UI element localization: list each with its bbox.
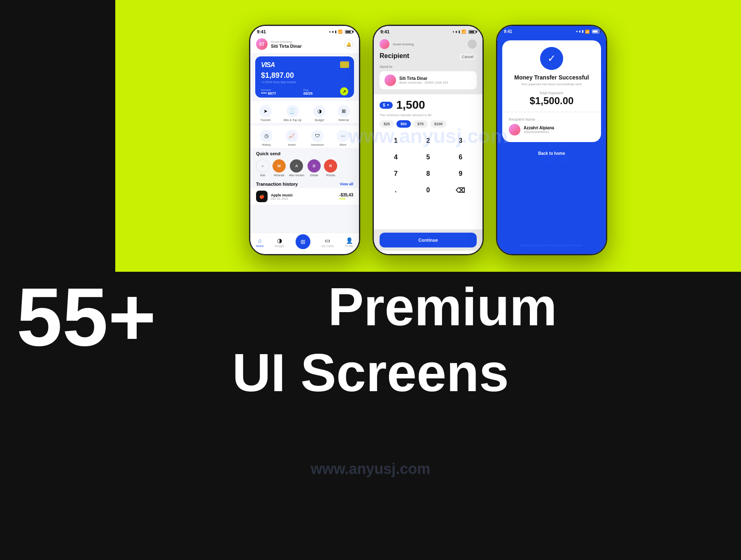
action-insurance[interactable]: 🛡 Insurance — [311, 130, 324, 146]
profile-nav-icon: 👤 — [346, 237, 353, 244]
download-receipt-link[interactable]: Download Receipt — [502, 164, 601, 168]
contact-miranda[interactable]: M Miranda — [273, 159, 286, 177]
phone3-status-bar: 9:41 📶 — [497, 26, 606, 35]
key-8[interactable]: 8 — [412, 166, 445, 182]
signal-bar-1 — [329, 31, 331, 33]
key-4[interactable]: 4 — [380, 149, 412, 166]
contact-alex[interactable]: A Alex houten — [289, 159, 304, 177]
txn-apple-name: Apple music — [271, 193, 336, 197]
phone2-mockup: 9:41 📶 Good morning, — [373, 25, 484, 255]
back-to-home-button[interactable]: Back to home — [502, 146, 601, 161]
action-budget[interactable]: ◑ Budget — [313, 105, 326, 121]
rosdia-name: Rosdia — [326, 174, 335, 177]
recipient-card: Siti Tirta Dinar Bank Universal - 29393 … — [380, 71, 477, 89]
quick-amount-buttons: $25 $50 $75 $100 — [380, 120, 477, 128]
txn-history-header: Transaction history View all — [250, 180, 359, 188]
recipient-name: Siti Tirta Dinar — [399, 76, 448, 81]
count-text: 55+ — [16, 280, 156, 354]
amount-row: $ ▼ 1,500 — [380, 98, 477, 112]
card-exp-block: Exp. 05/25 — [303, 89, 313, 96]
quick-actions-row2: ◷ History 📈 Invest 🛡 Insurance ··· More — [250, 126, 359, 148]
more-icon: ··· — [337, 130, 349, 142]
action-bills[interactable]: 🧾 Bills & Top Up — [284, 105, 301, 121]
txn-apple-amount: -$35,43 — [339, 193, 353, 197]
success-title: Money Transfer Successful — [509, 74, 594, 81]
center-nav-btn[interactable]: ⊞ — [296, 234, 310, 249]
recipient-info: Siti Tirta Dinar Bank Universal - 29393 … — [399, 76, 448, 84]
contact-add[interactable]: + Add — [256, 159, 269, 177]
referral-icon: ⊞ — [338, 105, 350, 117]
p2-bell-icon — [468, 40, 477, 49]
nav-profile[interactable]: 👤 Profile — [345, 237, 353, 247]
key-1[interactable]: 1 — [380, 133, 412, 149]
key-7[interactable]: 7 — [380, 166, 412, 182]
battery-icon — [345, 30, 352, 34]
success-subtitle: Your payment has been successfully sent. — [509, 82, 594, 86]
currency-symbol: $ — [383, 103, 385, 107]
success-icon: ✓ — [540, 47, 563, 70]
qa-75[interactable]: $75 — [413, 120, 428, 128]
action-more[interactable]: ··· More — [337, 130, 349, 146]
qa-100[interactable]: $100 — [430, 120, 447, 128]
quick-send-header: Quick send — [250, 149, 359, 158]
cards-nav-label: My Cards — [322, 245, 334, 247]
bottom-watermark: www.anyusj.com — [311, 460, 431, 478]
action-invest[interactable]: 📈 Invest — [286, 130, 298, 146]
add-contact-btn[interactable]: + — [256, 159, 269, 173]
nav-budget[interactable]: ◑ Budget — [275, 237, 284, 247]
key-2[interactable]: 2 — [412, 133, 445, 149]
recipient-detail-number: 10020030040011 — [524, 130, 554, 134]
view-all-link[interactable]: View all — [340, 182, 353, 186]
key-3[interactable]: 3 — [444, 133, 477, 149]
contact-rosdia[interactable]: R Rosdia — [324, 159, 337, 177]
quick-send-title: Quick send — [256, 151, 280, 156]
qa-50[interactable]: $50 — [396, 120, 411, 128]
user-avatar: ST — [256, 38, 268, 50]
contact-dibala[interactable]: D Dibala — [308, 159, 321, 177]
home-nav-label: Home — [256, 245, 264, 247]
key-6[interactable]: 6 — [444, 149, 477, 166]
nav-home[interactable]: ⌂ Home — [256, 237, 264, 247]
bell-icon[interactable]: 🔔 — [344, 40, 353, 49]
txn-apple-date: Dec 15, 2023 — [271, 197, 336, 200]
key-0[interactable]: 0 — [412, 182, 445, 198]
p3-signal-1 — [576, 31, 578, 32]
send-to-label: Send to — [380, 65, 477, 69]
total-label: Total Payment: — [509, 91, 594, 95]
transfer-icon: ➤ — [259, 105, 272, 117]
phone1-status-icons: 📶 — [329, 30, 352, 34]
phone2-status-bar: 9:41 📶 — [374, 26, 482, 36]
action-transfer[interactable]: ➤ Transfer — [259, 105, 272, 121]
cancel-button[interactable]: Cancel — [459, 54, 477, 60]
key-dot[interactable]: . — [380, 182, 412, 198]
alex-avatar: A — [290, 159, 303, 173]
key-backspace[interactable]: ⌫ — [444, 182, 477, 198]
action-history[interactable]: ◷ History — [260, 130, 273, 146]
miranda-name: Miranda — [274, 174, 284, 177]
ui-screens-text: UI Screens — [0, 346, 741, 399]
transfer-amount: 1,500 — [396, 98, 425, 112]
p3-battery-icon — [592, 30, 599, 33]
phone1-status-bar: 9:41 📶 — [250, 26, 359, 36]
budget-icon: ◑ — [313, 105, 326, 117]
transfer-label: Transfer — [260, 119, 271, 121]
continue-button[interactable]: Continue — [380, 233, 477, 247]
rosdia-avatar: R — [324, 159, 337, 173]
divider — [502, 112, 601, 112]
dibala-name: Dibala — [310, 174, 318, 177]
p2-signal-3 — [459, 30, 460, 33]
qa-25[interactable]: $25 — [380, 120, 394, 128]
phone1-header: ST Good morning, Siti Tirta Dinar 🔔 — [250, 36, 359, 53]
history-icon: ◷ — [260, 130, 273, 142]
checkmark-icon: ✓ — [548, 53, 556, 64]
action-referral[interactable]: ⊞ Referral — [338, 105, 350, 121]
key-5[interactable]: 5 — [412, 149, 445, 166]
invest-label: Invest — [288, 143, 296, 146]
card-arrow-icon[interactable]: ↗ — [340, 87, 348, 96]
nav-center[interactable]: ⊞ — [296, 234, 310, 251]
txn-apple-amount-block: -$35,43 Paid — [339, 193, 353, 200]
key-9[interactable]: 9 — [444, 166, 477, 182]
p2-battery-icon — [468, 30, 476, 34]
nav-cards[interactable]: ▭ My Cards — [322, 237, 334, 247]
currency-badge[interactable]: $ ▼ — [380, 102, 393, 109]
